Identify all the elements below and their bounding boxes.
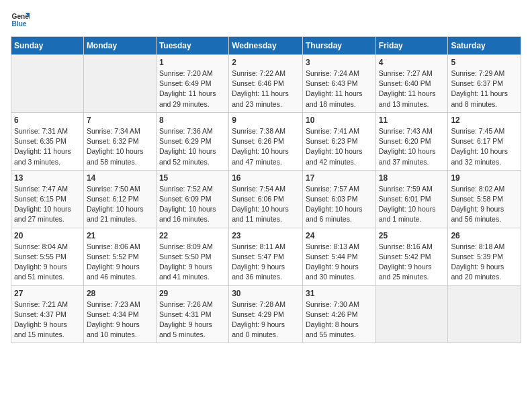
day-info: Sunrise: 7:47 AM Sunset: 6:15 PM Dayligh… (14, 184, 81, 225)
day-info: Sunrise: 7:52 AM Sunset: 6:09 PM Dayligh… (159, 184, 226, 225)
calendar-cell (11, 55, 84, 113)
calendar-cell: 24Sunrise: 8:13 AM Sunset: 5:44 PM Dayli… (302, 228, 375, 285)
calendar-cell: 12Sunrise: 7:45 AM Sunset: 6:17 PM Dayli… (448, 112, 521, 170)
day-info: Sunrise: 7:29 AM Sunset: 6:37 PM Dayligh… (451, 68, 518, 109)
day-number: 2 (232, 58, 300, 67)
calendar-cell: 25Sunrise: 8:16 AM Sunset: 5:42 PM Dayli… (375, 228, 448, 285)
day-info: Sunrise: 8:09 AM Sunset: 5:50 PM Dayligh… (159, 242, 226, 283)
day-number: 4 (379, 58, 445, 67)
day-number: 29 (159, 289, 226, 298)
day-info: Sunrise: 7:21 AM Sunset: 4:37 PM Dayligh… (14, 300, 81, 340)
day-info: Sunrise: 8:11 AM Sunset: 5:47 PM Dayligh… (232, 242, 300, 283)
day-info: Sunrise: 7:23 AM Sunset: 4:34 PM Dayligh… (87, 300, 153, 340)
day-info: Sunrise: 8:18 AM Sunset: 5:39 PM Dayligh… (451, 242, 518, 283)
calendar-cell: 26Sunrise: 8:18 AM Sunset: 5:39 PM Dayli… (448, 228, 521, 285)
day-number: 26 (451, 231, 518, 240)
day-number: 3 (306, 58, 373, 67)
day-number: 8 (159, 116, 226, 125)
day-info: Sunrise: 7:34 AM Sunset: 6:32 PM Dayligh… (87, 126, 153, 167)
day-info: Sunrise: 7:41 AM Sunset: 6:23 PM Dayligh… (306, 126, 373, 167)
calendar-cell: 13Sunrise: 7:47 AM Sunset: 6:15 PM Dayli… (11, 170, 84, 228)
day-info: Sunrise: 7:36 AM Sunset: 6:29 PM Dayligh… (159, 126, 226, 167)
header-day: Saturday (448, 37, 521, 55)
calendar-cell: 31Sunrise: 7:30 AM Sunset: 4:26 PM Dayli… (302, 285, 375, 343)
day-number: 14 (87, 173, 153, 183)
day-number: 25 (379, 231, 445, 240)
calendar-cell: 17Sunrise: 7:57 AM Sunset: 6:03 PM Dayli… (302, 170, 375, 228)
page-header: General Blue (11, 11, 521, 30)
calendar-cell: 22Sunrise: 8:09 AM Sunset: 5:50 PM Dayli… (156, 228, 228, 285)
day-info: Sunrise: 8:02 AM Sunset: 5:58 PM Dayligh… (451, 184, 518, 225)
calendar-cell: 4Sunrise: 7:27 AM Sunset: 6:40 PM Daylig… (375, 55, 448, 113)
calendar-cell (83, 55, 156, 113)
header-day: Monday (83, 37, 156, 55)
calendar-cell: 27Sunrise: 7:21 AM Sunset: 4:37 PM Dayli… (11, 285, 84, 343)
day-info: Sunrise: 8:16 AM Sunset: 5:42 PM Dayligh… (379, 242, 445, 283)
day-number: 12 (451, 116, 518, 125)
day-info: Sunrise: 8:06 AM Sunset: 5:52 PM Dayligh… (87, 242, 153, 283)
calendar-cell: 28Sunrise: 7:23 AM Sunset: 4:34 PM Dayli… (83, 285, 156, 343)
day-info: Sunrise: 8:13 AM Sunset: 5:44 PM Dayligh… (306, 242, 373, 283)
day-number: 7 (87, 116, 153, 125)
calendar-week-row: 27Sunrise: 7:21 AM Sunset: 4:37 PM Dayli… (11, 285, 521, 343)
day-number: 23 (232, 231, 300, 240)
day-number: 18 (379, 173, 445, 183)
header-day: Thursday (302, 37, 375, 55)
calendar-cell (448, 285, 521, 343)
day-number: 19 (451, 173, 518, 183)
calendar-cell: 5Sunrise: 7:29 AM Sunset: 6:37 PM Daylig… (448, 55, 521, 113)
day-info: Sunrise: 7:45 AM Sunset: 6:17 PM Dayligh… (451, 126, 518, 167)
day-info: Sunrise: 8:04 AM Sunset: 5:55 PM Dayligh… (14, 242, 81, 283)
calendar-cell: 7Sunrise: 7:34 AM Sunset: 6:32 PM Daylig… (83, 112, 156, 170)
calendar-cell: 21Sunrise: 8:06 AM Sunset: 5:52 PM Dayli… (83, 228, 156, 285)
day-number: 11 (379, 116, 445, 125)
day-number: 17 (306, 173, 373, 183)
logo-icon: General Blue (11, 11, 30, 30)
calendar-cell: 29Sunrise: 7:26 AM Sunset: 4:31 PM Dayli… (156, 285, 228, 343)
calendar-week-row: 1Sunrise: 7:20 AM Sunset: 6:49 PM Daylig… (11, 55, 521, 113)
day-info: Sunrise: 7:31 AM Sunset: 6:35 PM Dayligh… (14, 126, 81, 167)
day-number: 28 (87, 289, 153, 298)
calendar-week-row: 13Sunrise: 7:47 AM Sunset: 6:15 PM Dayli… (11, 170, 521, 228)
day-info: Sunrise: 7:57 AM Sunset: 6:03 PM Dayligh… (306, 184, 373, 225)
day-number: 30 (232, 289, 300, 298)
calendar-cell: 14Sunrise: 7:50 AM Sunset: 6:12 PM Dayli… (83, 170, 156, 228)
day-number: 5 (451, 58, 518, 67)
calendar-cell: 2Sunrise: 7:22 AM Sunset: 6:46 PM Daylig… (229, 55, 303, 113)
day-number: 6 (14, 116, 81, 125)
day-number: 13 (14, 173, 81, 183)
calendar-cell: 19Sunrise: 8:02 AM Sunset: 5:58 PM Dayli… (448, 170, 521, 228)
day-info: Sunrise: 7:50 AM Sunset: 6:12 PM Dayligh… (87, 184, 153, 225)
header-row: SundayMondayTuesdayWednesdayThursdayFrid… (11, 37, 521, 55)
day-number: 31 (306, 289, 373, 298)
calendar-cell: 15Sunrise: 7:52 AM Sunset: 6:09 PM Dayli… (156, 170, 228, 228)
header-day: Sunday (11, 37, 84, 55)
calendar-cell: 6Sunrise: 7:31 AM Sunset: 6:35 PM Daylig… (11, 112, 84, 170)
calendar-cell: 30Sunrise: 7:28 AM Sunset: 4:29 PM Dayli… (229, 285, 303, 343)
day-number: 21 (87, 231, 153, 240)
calendar-table: SundayMondayTuesdayWednesdayThursdayFrid… (11, 36, 521, 343)
calendar-cell: 16Sunrise: 7:54 AM Sunset: 6:06 PM Dayli… (229, 170, 303, 228)
calendar-cell: 9Sunrise: 7:38 AM Sunset: 6:26 PM Daylig… (229, 112, 303, 170)
day-info: Sunrise: 7:20 AM Sunset: 6:49 PM Dayligh… (159, 68, 226, 109)
day-info: Sunrise: 7:38 AM Sunset: 6:26 PM Dayligh… (232, 126, 300, 167)
calendar-cell: 10Sunrise: 7:41 AM Sunset: 6:23 PM Dayli… (302, 112, 375, 170)
calendar-week-row: 6Sunrise: 7:31 AM Sunset: 6:35 PM Daylig… (11, 112, 521, 170)
day-number: 27 (14, 289, 81, 298)
day-number: 9 (232, 116, 300, 125)
day-info: Sunrise: 7:59 AM Sunset: 6:01 PM Dayligh… (379, 184, 445, 225)
day-number: 22 (159, 231, 226, 240)
day-info: Sunrise: 7:30 AM Sunset: 4:26 PM Dayligh… (306, 300, 373, 340)
day-number: 15 (159, 173, 226, 183)
day-number: 20 (14, 231, 81, 240)
calendar-cell: 20Sunrise: 8:04 AM Sunset: 5:55 PM Dayli… (11, 228, 84, 285)
header-day: Friday (375, 37, 448, 55)
day-number: 16 (232, 173, 300, 183)
day-info: Sunrise: 7:26 AM Sunset: 4:31 PM Dayligh… (159, 300, 226, 340)
header-day: Wednesday (229, 37, 303, 55)
day-info: Sunrise: 7:24 AM Sunset: 6:43 PM Dayligh… (306, 68, 373, 109)
calendar-cell: 8Sunrise: 7:36 AM Sunset: 6:29 PM Daylig… (156, 112, 228, 170)
day-number: 24 (306, 231, 373, 240)
day-number: 10 (306, 116, 373, 125)
day-info: Sunrise: 7:43 AM Sunset: 6:20 PM Dayligh… (379, 126, 445, 167)
